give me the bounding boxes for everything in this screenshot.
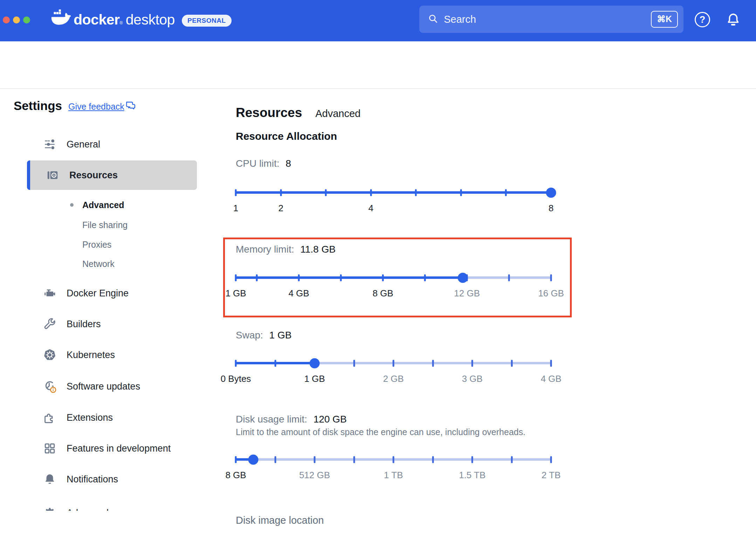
slider-thumb[interactable] (546, 188, 556, 198)
app-title: docker®desktop (74, 12, 175, 28)
software-updates-clock-icon (42, 379, 57, 394)
titlebar: docker®desktop PERSONAL Search ⌘K ? (0, 0, 756, 41)
slider-tick (432, 456, 434, 463)
disk-usage-slider[interactable] (236, 455, 551, 465)
sidebar-subitem-proxies[interactable]: Proxies (0, 237, 217, 252)
selected-indicator-bar (27, 160, 30, 190)
axis-label: 12 GB (454, 288, 480, 299)
slider-tick (415, 189, 417, 196)
sidebar-subitem-label: Proxies (82, 240, 111, 250)
search-placeholder: Search (444, 14, 651, 25)
slider-tick (256, 274, 258, 281)
help-button[interactable]: ? (695, 12, 710, 27)
slider-tick (393, 456, 394, 463)
axis-label: 1 (233, 203, 238, 214)
sidebar-item-general[interactable]: General (0, 137, 217, 152)
slider-tick (353, 456, 355, 463)
swap-value: 1 GB (269, 330, 292, 341)
disk-usage-description: Limit to the amount of disk space the en… (236, 427, 525, 437)
slider-tick (298, 274, 300, 281)
slider-tick (274, 360, 276, 367)
minimize-window-button[interactable] (13, 16, 20, 23)
slider-tick (472, 360, 473, 367)
sidebar-item-builders[interactable]: Builders (0, 316, 217, 332)
docker-whale-icon (51, 9, 71, 27)
sidebar-item-label: Notifications (67, 474, 118, 485)
slider-tick (505, 189, 507, 196)
plan-badge: PERSONAL (182, 15, 232, 27)
slider-track-fill (236, 276, 463, 279)
slider-tick (280, 189, 282, 196)
memory-limit-label: Memory limit: (236, 244, 294, 255)
slider-tick (511, 456, 513, 463)
settings-header: Settings Give feedback (0, 41, 756, 89)
active-subitem-bullet (70, 203, 74, 207)
axis-label: 8 GB (225, 470, 246, 481)
slider-tick (508, 274, 510, 281)
slider-track-fill (236, 191, 551, 194)
sidebar-subitem-label: Advanced (82, 200, 124, 210)
axis-label: 1 GB (304, 373, 325, 384)
keyboard-shortcut-badge: ⌘K (651, 11, 678, 28)
sidebar-item-kubernetes[interactable]: Kubernetes (0, 347, 217, 363)
axis-label: 4 GB (288, 288, 309, 299)
axis-label: 0 Bytes (221, 373, 251, 384)
axis-label: 2 GB (383, 373, 404, 384)
sidebar-item-label: Advanced (67, 508, 109, 511)
slider-tick (550, 456, 552, 463)
sidebar-item-software-updates[interactable]: Software updates (0, 379, 217, 394)
disk-usage-limit-label: Disk usage limit: (236, 414, 307, 425)
sidebar-item-resources[interactable]: Resources (27, 160, 197, 190)
axis-label: 512 GB (299, 470, 330, 481)
sidebar-item-extensions[interactable]: Extensions (0, 410, 217, 425)
axis-label: 2 (278, 203, 283, 214)
sidebar-item-docker-engine[interactable]: Docker Engine (0, 286, 217, 301)
sidebar-item-label: Resources (69, 170, 118, 181)
slider-tick (472, 456, 473, 463)
sidebar-item-advanced-bottom[interactable]: Advanced (0, 505, 217, 511)
memory-slider-axis: 1 GB4 GB8 GB12 GB16 GB (236, 288, 551, 299)
sidebar-subitem-file-sharing[interactable]: File sharing (0, 217, 217, 233)
slider-thumb[interactable] (458, 273, 468, 283)
cpu-limit-slider[interactable] (236, 188, 551, 198)
disk-usage-limit-field: Disk usage limit: 120 GB (236, 414, 347, 425)
axis-label: 4 (369, 203, 373, 214)
search-icon (428, 13, 438, 25)
search-input[interactable]: Search ⌘K (419, 6, 683, 33)
slider-tick (382, 274, 384, 281)
slider-tick (235, 274, 237, 281)
cpu-limit-label: CPU limit: (236, 158, 279, 169)
kubernetes-helm-icon (42, 348, 57, 362)
memory-limit-field: Memory limit: 11.8 GB (236, 244, 336, 255)
engine-icon (42, 287, 57, 300)
grid-squares-icon (42, 442, 57, 455)
sidebar-item-label: Kubernetes (67, 350, 115, 360)
slider-tick (235, 189, 237, 196)
axis-label: 1.5 TB (459, 470, 486, 481)
zoom-window-button[interactable] (23, 16, 30, 23)
axis-label: 1 TB (384, 470, 403, 481)
close-window-button[interactable] (3, 16, 10, 23)
swap-slider[interactable] (236, 358, 551, 368)
slider-thumb[interactable] (310, 358, 320, 369)
memory-limit-slider[interactable] (236, 273, 551, 283)
sidebar-subitem-network[interactable]: Network (0, 256, 217, 272)
sidebar-item-features-in-development[interactable]: Features in development (0, 441, 217, 456)
gear-icon (42, 506, 57, 511)
notifications-bell-button[interactable] (725, 12, 741, 28)
swap-slider-axis: 0 Bytes1 GB2 GB3 GB4 GB (236, 373, 551, 385)
slider-tick (550, 360, 552, 367)
slider-tick (325, 189, 327, 196)
sidebar-item-label: Builders (67, 319, 101, 330)
axis-label: 3 GB (462, 373, 482, 384)
axis-label: 1 GB (225, 288, 246, 299)
sidebar-item-notifications[interactable]: Notifications (0, 472, 217, 487)
puzzle-icon (42, 411, 57, 424)
slider-tick (460, 189, 462, 196)
cpu-limit-value: 8 (286, 158, 291, 169)
slider-tick (432, 360, 434, 367)
sidebar-subitem-advanced[interactable]: Advanced (0, 197, 217, 213)
sidebar-item-label: Features in development (67, 443, 171, 454)
slider-thumb[interactable] (248, 455, 258, 465)
cpu-slider-axis: 1248 (236, 203, 551, 214)
